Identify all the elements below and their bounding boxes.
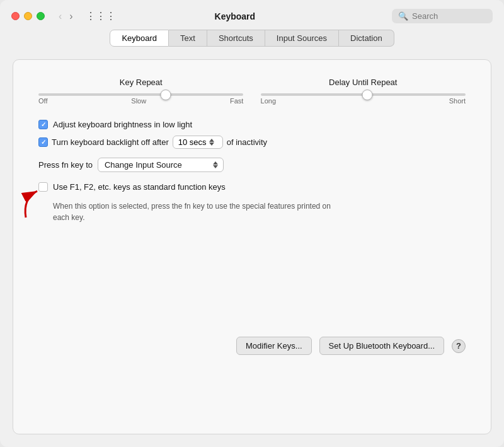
search-icon: 🔍 (398, 11, 408, 21)
fn-dropdown-arrow (213, 161, 218, 168)
brightness-row: ✓ Adjust keyboard brightness in low ligh… (38, 120, 466, 129)
key-repeat-fast: Fast (230, 97, 243, 105)
fn-key-value: Change Input Source (105, 160, 209, 170)
fn-key-row: Press fn key to Change Input Source (38, 158, 466, 172)
arrow-down-icon (209, 142, 214, 146)
tab-keyboard[interactable]: Keyboard (110, 30, 169, 47)
titlebar: ‹ › ⋮⋮⋮ Keyboard 🔍 (0, 0, 504, 30)
help-button[interactable]: ? (452, 339, 466, 353)
arrow-up-icon (209, 139, 214, 142)
keyboard-window: ‹ › ⋮⋮⋮ Keyboard 🔍 Keyboard Text Shortcu… (0, 0, 504, 447)
search-box: 🔍 (392, 9, 493, 23)
tab-input-sources[interactable]: Input Sources (265, 30, 339, 47)
fn-arrow-up-icon (213, 161, 218, 165)
key-repeat-thumb[interactable] (160, 90, 171, 100)
modifier-keys-button[interactable]: Modifier Keys... (236, 337, 312, 355)
delay-repeat-long: Long (261, 97, 276, 105)
f1-checkbox[interactable] (38, 182, 48, 192)
key-repeat-label: Key Repeat (120, 78, 163, 87)
backlight-label-suffix: of inactivity (227, 137, 267, 147)
delay-repeat-track (261, 93, 466, 96)
setup-bluetooth-button[interactable]: Set Up Bluetooth Keyboard... (319, 337, 444, 355)
brightness-checkmark: ✓ (41, 122, 46, 128)
close-button[interactable] (11, 12, 20, 20)
key-repeat-labels: Off Slow Fast (38, 97, 243, 105)
backlight-checkbox[interactable]: ✓ (38, 137, 48, 147)
tab-text[interactable]: Text (169, 30, 207, 47)
key-repeat-slow: Slow (131, 97, 146, 105)
delay-repeat-group: Delay Until Repeat Long Short (261, 78, 466, 105)
delay-repeat-thumb[interactable] (362, 90, 372, 100)
red-arrow-annotation (20, 186, 57, 224)
tabs-bar: Keyboard Text Shortcuts Input Sources Di… (13, 30, 491, 47)
f1-description: When this option is selected, press the … (53, 200, 431, 223)
f1-label: Use F1, F2, etc. keys as standard functi… (53, 182, 226, 192)
fn-key-dropdown[interactable]: Change Input Source (98, 158, 224, 172)
inactivity-dropdown[interactable]: 10 secs (173, 136, 223, 149)
key-repeat-group: Key Repeat Off Slow Fast (38, 78, 243, 105)
maximize-button[interactable] (37, 12, 45, 20)
inactivity-arrow (209, 139, 214, 146)
brightness-label: Adjust keyboard brightness in low light (53, 120, 192, 129)
inactivity-value: 10 secs (178, 137, 207, 147)
search-input[interactable] (412, 11, 488, 21)
nav-arrows: ‹ › (56, 9, 76, 23)
fn-arrow-down-icon (213, 165, 218, 168)
content-area: Keyboard Text Shortcuts Input Sources Di… (0, 30, 504, 447)
delay-repeat-label: Delay Until Repeat (329, 78, 397, 87)
backlight-row: ✓ Turn keyboard backlight off after 10 s… (38, 136, 466, 149)
backlight-checkmark: ✓ (41, 139, 46, 146)
brightness-checkbox[interactable]: ✓ (38, 120, 48, 129)
bottom-buttons: Modifier Keys... Set Up Bluetooth Keyboa… (38, 223, 466, 355)
minimize-button[interactable] (24, 12, 32, 20)
f1-section: Use F1, F2, etc. keys as standard functi… (38, 182, 466, 223)
key-repeat-off: Off (38, 97, 47, 105)
tab-shortcuts[interactable]: Shortcuts (207, 30, 265, 47)
backlight-label-prefix: Turn keyboard backlight off after (52, 137, 169, 147)
back-button[interactable]: ‹ (56, 9, 64, 23)
traffic-lights (11, 12, 45, 20)
settings-panel: Key Repeat Off Slow Fast Delay Until Rep… (13, 59, 491, 434)
window-title: Keyboard (86, 11, 384, 21)
tab-dictation[interactable]: Dictation (339, 30, 394, 47)
forward-button[interactable]: › (67, 9, 75, 23)
delay-repeat-short: Short (449, 97, 466, 105)
f1-checkbox-row: Use F1, F2, etc. keys as standard functi… (38, 182, 466, 192)
fn-key-label: Press fn key to (38, 160, 93, 170)
key-repeat-track (38, 93, 243, 96)
sliders-row: Key Repeat Off Slow Fast Delay Until Rep… (38, 78, 466, 105)
